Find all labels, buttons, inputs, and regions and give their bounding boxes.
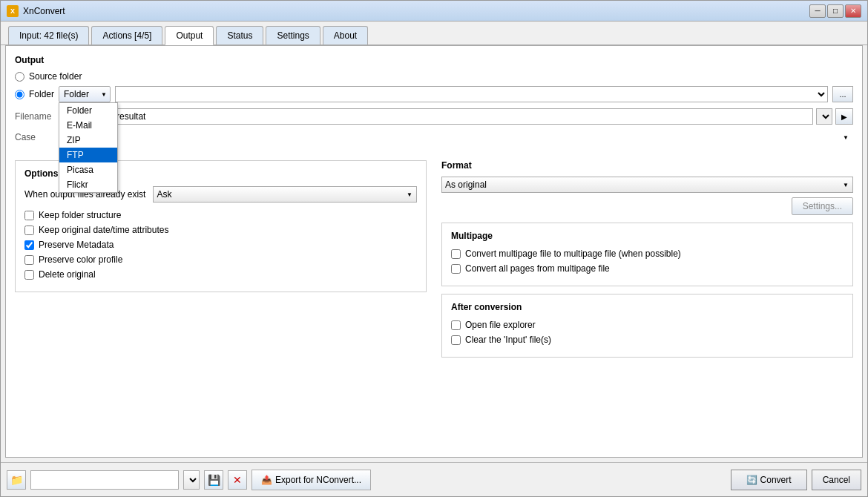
filename-label: Filename xyxy=(15,111,59,122)
preserve-color-row: Preserve color profile xyxy=(24,254,417,265)
dropdown-item-email[interactable]: E-Mail xyxy=(59,118,117,133)
output-section: Output Source folder Folder Folder Folde… xyxy=(15,55,853,145)
dropdown-item-zip[interactable]: ZIP xyxy=(59,133,117,148)
window-title: XnConvert xyxy=(23,6,809,16)
delete-original-row: Delete original xyxy=(24,269,417,280)
keep-folder-row: Keep folder structure xyxy=(24,210,417,220)
main-window: X XnConvert ─ □ ✕ Input: 42 file(s) Acti… xyxy=(0,0,868,497)
tabs-bar: Input: 42 file(s) Actions [4/5] Output S… xyxy=(1,22,867,45)
cancel-button[interactable]: Cancel xyxy=(812,470,861,490)
maximize-button[interactable]: □ xyxy=(827,4,844,18)
clear-input-row: Clear the 'Input' file(s) xyxy=(451,335,844,345)
open-explorer-label: Open file explorer xyxy=(465,320,536,330)
browse-button[interactable]: ... xyxy=(832,86,853,102)
multipage-group: Multipage Convert multipage file to mult… xyxy=(441,223,853,286)
close-button[interactable]: ✕ xyxy=(845,4,861,18)
main-content: Output Source folder Folder Folder Folde… xyxy=(5,45,863,458)
case-label: Case xyxy=(15,132,59,142)
bottom-bar: 📁 💾 ✕ 📤 Export for NConvert... 🔄 Convert… xyxy=(1,462,867,496)
convert-all-label: Convert all pages from multipage file xyxy=(465,263,610,274)
tab-output[interactable]: Output xyxy=(165,26,214,45)
preserve-meta-checkbox[interactable] xyxy=(24,240,34,250)
tab-status[interactable]: Status xyxy=(216,26,263,45)
save-button[interactable]: 💾 xyxy=(204,470,223,490)
convert-multi-checkbox[interactable] xyxy=(451,249,461,259)
export-button[interactable]: 📤 Export for NConvert... xyxy=(251,470,371,490)
app-icon: X xyxy=(7,5,19,17)
dropdown-selected[interactable]: Folder xyxy=(59,86,111,102)
delete-original-checkbox[interactable] xyxy=(24,270,34,280)
convert-button[interactable]: 🔄 Convert xyxy=(731,470,807,490)
delete-original-label: Delete original xyxy=(39,269,96,280)
tab-actions[interactable]: Actions [4/5] xyxy=(91,26,162,45)
filename-play-button[interactable]: ▶ xyxy=(835,108,853,125)
right-column: Format As original Settings... xyxy=(441,160,853,448)
preserve-color-label: Preserve color profile xyxy=(39,254,122,265)
titlebar-buttons: ─ □ ✕ xyxy=(809,4,861,18)
case-select-wrap: No change xyxy=(64,129,853,145)
filename-row: Filename ▶ xyxy=(15,108,853,125)
dropdown-item-ftp[interactable]: FTP xyxy=(59,148,117,162)
convert-all-checkbox[interactable] xyxy=(451,264,461,274)
multipage-title: Multipage xyxy=(451,231,844,241)
convert-icon: 🔄 xyxy=(746,475,757,485)
tab-about[interactable]: About xyxy=(323,26,368,45)
after-conversion-title: After conversion xyxy=(451,302,844,312)
open-folder-button[interactable]: 📁 xyxy=(7,470,26,490)
convert-all-row: Convert all pages from multipage file xyxy=(451,263,844,274)
dropdown-menu: Folder E-Mail ZIP FTP Picasa Flickr xyxy=(59,102,118,193)
bottom-path-input[interactable] xyxy=(30,470,179,490)
delete-button[interactable]: ✕ xyxy=(228,470,247,490)
preserve-meta-label: Preserve Metadata xyxy=(39,240,114,250)
minimize-button[interactable]: ─ xyxy=(809,4,826,18)
format-settings-button[interactable]: Settings... xyxy=(792,197,853,215)
folder-row: Folder Folder Folder E-Mail ZIP FTP Pica… xyxy=(15,86,853,102)
keep-date-row: Keep original date/time attributes xyxy=(24,225,417,235)
source-folder-label: Source folder xyxy=(29,71,82,82)
left-column: Options When output files already exist … xyxy=(15,160,427,448)
dropdown-item-picasa[interactable]: Picasa xyxy=(59,162,117,177)
convert-multi-row: Convert multipage file to multipage file… xyxy=(451,249,844,259)
keep-folder-label: Keep folder structure xyxy=(39,210,121,220)
preserve-color-checkbox[interactable] xyxy=(24,255,34,265)
open-explorer-row: Open file explorer xyxy=(451,320,844,330)
format-select[interactable]: As original xyxy=(441,177,853,193)
folder-icon: 📁 xyxy=(10,474,23,486)
when-exist-select[interactable]: Ask Overwrite Skip Rename xyxy=(153,186,417,203)
titlebar: X XnConvert ─ □ ✕ xyxy=(1,1,867,22)
filename-input-wrap: ▶ xyxy=(64,108,853,125)
delete-icon: ✕ xyxy=(233,474,242,486)
save-icon: 💾 xyxy=(208,474,220,486)
when-exist-select-wrap: Ask Overwrite Skip Rename xyxy=(153,186,417,203)
clear-input-label: Clear the 'Input' file(s) xyxy=(465,335,551,345)
source-folder-row: Source folder xyxy=(15,71,853,82)
output-type-dropdown[interactable]: Folder Folder E-Mail ZIP FTP Picasa Flic… xyxy=(59,86,111,102)
convert-multi-label: Convert multipage file to multipage file… xyxy=(465,249,681,259)
keep-folder-checkbox[interactable] xyxy=(24,211,34,220)
open-explorer-checkbox[interactable] xyxy=(451,320,461,330)
format-title: Format xyxy=(441,160,472,171)
format-section: Format As original Settings... xyxy=(441,160,853,215)
folder-radio[interactable] xyxy=(15,90,24,99)
two-col-layout: Options When output files already exist … xyxy=(15,160,853,448)
keep-date-checkbox[interactable] xyxy=(24,226,34,235)
clear-input-checkbox[interactable] xyxy=(451,335,461,345)
keep-date-label: Keep original date/time attributes xyxy=(39,225,168,235)
after-conversion-group: After conversion Open file explorer Clea… xyxy=(441,294,853,358)
case-row: Case No change xyxy=(15,129,853,145)
folder-label: Folder xyxy=(29,89,54,99)
filename-dropdown[interactable] xyxy=(816,108,832,125)
dropdown-item-folder[interactable]: Folder xyxy=(59,103,117,118)
bottom-path-dropdown[interactable] xyxy=(183,470,200,490)
dropdown-item-flickr[interactable]: Flickr xyxy=(59,177,117,192)
tab-settings[interactable]: Settings xyxy=(266,26,320,45)
tab-input[interactable]: Input: 42 file(s) xyxy=(8,26,89,45)
preserve-meta-row: Preserve Metadata xyxy=(24,240,417,250)
source-folder-radio[interactable] xyxy=(15,72,24,82)
folder-path-select[interactable] xyxy=(115,86,828,102)
output-title: Output xyxy=(15,55,853,65)
export-icon: 📤 xyxy=(261,475,272,485)
filename-input[interactable] xyxy=(64,108,813,125)
format-select-wrap: As original xyxy=(441,177,853,193)
